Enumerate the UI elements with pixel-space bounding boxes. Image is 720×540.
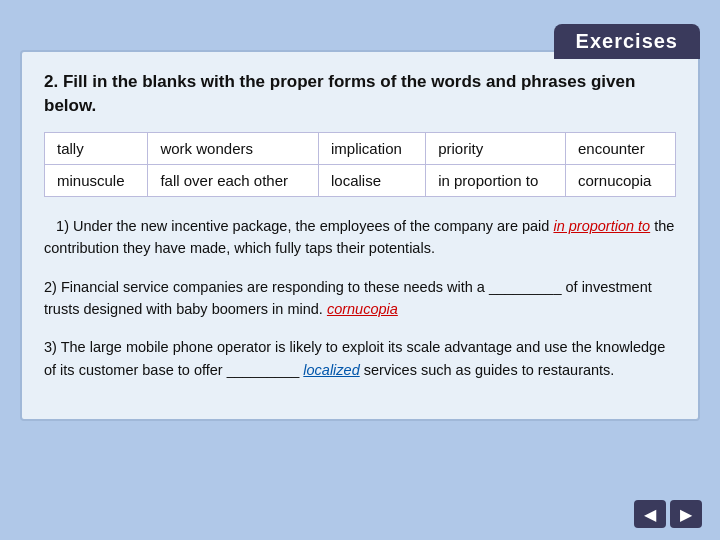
word-table: tally work wonders implication priority …	[44, 132, 676, 197]
word-cell: in proportion to	[426, 164, 566, 196]
nav-buttons: ◀ ▶	[634, 500, 702, 528]
forward-button[interactable]: ▶	[670, 500, 702, 528]
exercise-3-text: 3) The large mobile phone operator is li…	[44, 336, 676, 381]
word-cell: cornucopia	[565, 164, 675, 196]
main-container: Exercises 2. Fill in the blanks with the…	[20, 50, 700, 421]
exercise-2: 2) Financial service companies are respo…	[44, 276, 676, 321]
word-cell: implication	[319, 132, 426, 164]
word-cell: localise	[319, 164, 426, 196]
answer-2: cornucopia	[327, 301, 398, 317]
exercise-2-text: 2) Financial service companies are respo…	[44, 276, 676, 321]
word-cell: priority	[426, 132, 566, 164]
word-cell: encounter	[565, 132, 675, 164]
word-cell: work wonders	[148, 132, 319, 164]
exercises-body: 1) Under the new incentive package, the …	[44, 215, 676, 382]
exercise-3: 3) The large mobile phone operator is li…	[44, 336, 676, 381]
title-badge: Exercises	[554, 24, 700, 59]
exercise-1: 1) Under the new incentive package, the …	[44, 215, 676, 260]
section-title: 2. Fill in the blanks with the proper fo…	[44, 70, 676, 118]
word-cell: tally	[45, 132, 148, 164]
answer-1: in proportion to	[553, 218, 650, 234]
back-button[interactable]: ◀	[634, 500, 666, 528]
answer-3: localized	[303, 362, 359, 378]
word-cell: minuscule	[45, 164, 148, 196]
word-cell: fall over each other	[148, 164, 319, 196]
exercise-1-text: 1) Under the new incentive package, the …	[44, 215, 676, 260]
